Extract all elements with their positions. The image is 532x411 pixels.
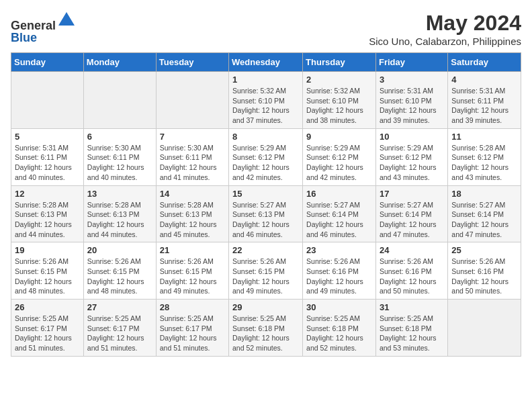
day-number: 8 (232, 132, 299, 142)
day-number: 6 (87, 132, 152, 142)
day-of-week-header: Wednesday (229, 53, 303, 72)
calendar-day-cell: 8Sunrise: 5:29 AMSunset: 6:12 PMDaylight… (229, 128, 303, 185)
calendar-day-cell: 2Sunrise: 5:32 AMSunset: 6:10 PMDaylight… (303, 72, 376, 129)
day-of-week-header: Tuesday (156, 53, 228, 72)
calendar-day-cell: 24Sunrise: 5:26 AMSunset: 6:16 PMDayligh… (375, 242, 447, 300)
day-number: 21 (160, 245, 225, 255)
calendar-day-cell: 13Sunrise: 5:28 AMSunset: 6:13 PMDayligh… (83, 185, 156, 242)
calendar-day-cell: 10Sunrise: 5:29 AMSunset: 6:12 PMDayligh… (375, 128, 447, 185)
day-info: Sunrise: 5:29 AMSunset: 6:12 PMDaylight:… (306, 143, 372, 183)
day-info: Sunrise: 5:29 AMSunset: 6:12 PMDaylight:… (380, 143, 444, 183)
calendar-day-cell: 12Sunrise: 5:28 AMSunset: 6:13 PMDayligh… (11, 185, 84, 242)
day-number: 15 (232, 189, 299, 199)
calendar-day-cell: 9Sunrise: 5:29 AMSunset: 6:12 PMDaylight… (303, 128, 376, 185)
day-of-week-header: Thursday (303, 53, 376, 72)
calendar-day-cell: 7Sunrise: 5:30 AMSunset: 6:11 PMDaylight… (156, 128, 228, 185)
calendar-day-cell: 19Sunrise: 5:26 AMSunset: 6:15 PMDayligh… (11, 242, 84, 300)
day-number: 18 (451, 189, 517, 199)
day-info: Sunrise: 5:26 AMSunset: 6:15 PMDaylight:… (15, 257, 80, 296)
day-info: Sunrise: 5:28 AMSunset: 6:12 PMDaylight:… (451, 143, 517, 183)
logo-icon (57, 11, 76, 30)
day-number: 29 (232, 302, 299, 312)
day-info: Sunrise: 5:31 AMSunset: 6:10 PMDaylight:… (380, 86, 444, 126)
day-number: 5 (15, 132, 80, 142)
day-of-week-header: Saturday (448, 53, 521, 72)
calendar-day-cell: 31Sunrise: 5:25 AMSunset: 6:18 PMDayligh… (375, 300, 447, 357)
day-number: 25 (451, 245, 517, 255)
day-number: 4 (451, 75, 517, 85)
day-info: Sunrise: 5:26 AMSunset: 6:15 PMDaylight:… (160, 257, 225, 296)
day-number: 14 (160, 189, 225, 199)
day-number: 13 (87, 189, 152, 199)
day-number: 11 (451, 132, 517, 142)
calendar-day-cell (448, 300, 521, 357)
calendar-day-cell: 14Sunrise: 5:28 AMSunset: 6:13 PMDayligh… (156, 185, 228, 242)
day-of-week-header-row: SundayMondayTuesdayWednesdayThursdayFrid… (11, 53, 521, 72)
calendar-day-cell (11, 72, 84, 129)
calendar-week-row: 26Sunrise: 5:25 AMSunset: 6:17 PMDayligh… (11, 300, 521, 357)
calendar-day-cell: 11Sunrise: 5:28 AMSunset: 6:12 PMDayligh… (448, 128, 521, 185)
day-info: Sunrise: 5:25 AMSunset: 6:18 PMDaylight:… (380, 314, 444, 353)
day-info: Sunrise: 5:31 AMSunset: 6:11 PMDaylight:… (451, 86, 517, 126)
day-info: Sunrise: 5:29 AMSunset: 6:12 PMDaylight:… (232, 143, 299, 183)
main-title: May 2024 (369, 11, 521, 36)
day-number: 22 (232, 245, 299, 255)
svg-marker-0 (58, 12, 75, 26)
calendar-week-row: 1Sunrise: 5:32 AMSunset: 6:10 PMDaylight… (11, 72, 521, 129)
day-info: Sunrise: 5:30 AMSunset: 6:11 PMDaylight:… (160, 143, 225, 183)
calendar-week-row: 5Sunrise: 5:31 AMSunset: 6:11 PMDaylight… (11, 128, 521, 185)
calendar-day-cell: 30Sunrise: 5:25 AMSunset: 6:18 PMDayligh… (303, 300, 376, 357)
day-info: Sunrise: 5:32 AMSunset: 6:10 PMDaylight:… (306, 86, 372, 126)
day-of-week-header: Sunday (11, 53, 84, 72)
day-info: Sunrise: 5:27 AMSunset: 6:14 PMDaylight:… (380, 200, 444, 240)
day-info: Sunrise: 5:26 AMSunset: 6:16 PMDaylight:… (306, 257, 372, 296)
calendar-day-cell: 17Sunrise: 5:27 AMSunset: 6:14 PMDayligh… (375, 185, 447, 242)
day-number: 24 (380, 245, 444, 255)
day-of-week-header: Monday (83, 53, 156, 72)
title-block: May 2024 Sico Uno, Calabarzon, Philippin… (369, 11, 521, 47)
calendar-day-cell: 23Sunrise: 5:26 AMSunset: 6:16 PMDayligh… (303, 242, 376, 300)
day-number: 31 (380, 302, 444, 312)
calendar-day-cell: 21Sunrise: 5:26 AMSunset: 6:15 PMDayligh… (156, 242, 228, 300)
day-info: Sunrise: 5:27 AMSunset: 6:14 PMDaylight:… (306, 200, 372, 240)
calendar-week-row: 19Sunrise: 5:26 AMSunset: 6:15 PMDayligh… (11, 242, 521, 300)
day-number: 10 (380, 132, 444, 142)
calendar-day-cell (83, 72, 156, 129)
day-number: 17 (380, 189, 444, 199)
calendar-body: 1Sunrise: 5:32 AMSunset: 6:10 PMDaylight… (11, 72, 521, 357)
day-number: 9 (306, 132, 372, 142)
day-info: Sunrise: 5:31 AMSunset: 6:11 PMDaylight:… (15, 143, 80, 183)
calendar-day-cell: 20Sunrise: 5:26 AMSunset: 6:15 PMDayligh… (83, 242, 156, 300)
day-info: Sunrise: 5:26 AMSunset: 6:16 PMDaylight:… (451, 257, 517, 296)
day-of-week-header: Friday (375, 53, 447, 72)
logo: General Blue (11, 11, 76, 45)
day-number: 30 (306, 302, 372, 312)
calendar-day-cell: 16Sunrise: 5:27 AMSunset: 6:14 PMDayligh… (303, 185, 376, 242)
calendar-day-cell: 4Sunrise: 5:31 AMSunset: 6:11 PMDaylight… (448, 72, 521, 129)
day-info: Sunrise: 5:25 AMSunset: 6:17 PMDaylight:… (87, 314, 152, 353)
calendar-day-cell: 1Sunrise: 5:32 AMSunset: 6:10 PMDaylight… (229, 72, 303, 129)
day-info: Sunrise: 5:30 AMSunset: 6:11 PMDaylight:… (87, 143, 152, 183)
calendar-table: SundayMondayTuesdayWednesdayThursdayFrid… (11, 52, 521, 357)
calendar-day-cell: 25Sunrise: 5:26 AMSunset: 6:16 PMDayligh… (448, 242, 521, 300)
logo-blue: Blue (11, 31, 37, 44)
calendar-day-cell: 6Sunrise: 5:30 AMSunset: 6:11 PMDaylight… (83, 128, 156, 185)
day-info: Sunrise: 5:25 AMSunset: 6:17 PMDaylight:… (160, 314, 225, 353)
day-number: 1 (232, 75, 299, 85)
day-number: 20 (87, 245, 152, 255)
calendar-day-cell (156, 72, 228, 129)
day-number: 3 (380, 75, 444, 85)
calendar-day-cell: 22Sunrise: 5:26 AMSunset: 6:15 PMDayligh… (229, 242, 303, 300)
day-number: 7 (160, 132, 225, 142)
day-number: 27 (87, 302, 152, 312)
calendar-day-cell: 5Sunrise: 5:31 AMSunset: 6:11 PMDaylight… (11, 128, 84, 185)
day-info: Sunrise: 5:26 AMSunset: 6:16 PMDaylight:… (380, 257, 444, 296)
day-number: 28 (160, 302, 225, 312)
day-info: Sunrise: 5:28 AMSunset: 6:13 PMDaylight:… (87, 200, 152, 240)
day-info: Sunrise: 5:27 AMSunset: 6:13 PMDaylight:… (232, 200, 299, 240)
day-info: Sunrise: 5:25 AMSunset: 6:17 PMDaylight:… (15, 314, 80, 353)
day-number: 12 (15, 189, 80, 199)
calendar-day-cell: 26Sunrise: 5:25 AMSunset: 6:17 PMDayligh… (11, 300, 84, 357)
calendar-day-cell: 29Sunrise: 5:25 AMSunset: 6:18 PMDayligh… (229, 300, 303, 357)
calendar-day-cell: 28Sunrise: 5:25 AMSunset: 6:17 PMDayligh… (156, 300, 228, 357)
